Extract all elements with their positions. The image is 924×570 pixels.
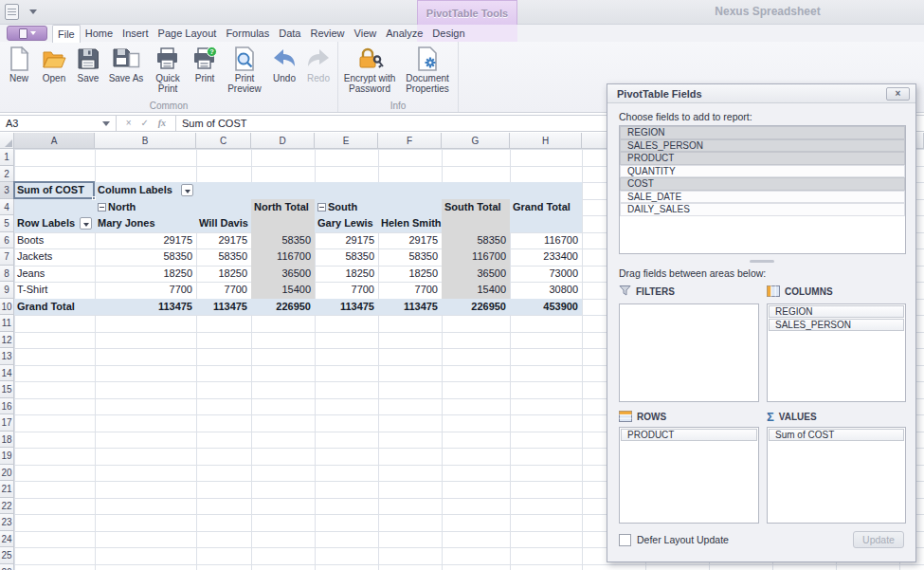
field-item-cost[interactable]: COST bbox=[620, 177, 905, 191]
filter-dropdown-icon[interactable] bbox=[181, 184, 193, 196]
name-box[interactable]: A3 bbox=[0, 116, 117, 131]
pivot-cell-B4[interactable]: North bbox=[95, 199, 196, 216]
area-field-sum-of-cost[interactable]: Sum of COST bbox=[769, 429, 904, 441]
area-box-values[interactable]: Sum of COST bbox=[767, 427, 906, 524]
enter-icon[interactable]: ✓ bbox=[141, 116, 149, 131]
tab-review[interactable]: Review bbox=[305, 25, 349, 42]
pivot-cell-A7[interactable]: Jackets bbox=[14, 248, 95, 266]
row-header-23[interactable]: 23 bbox=[0, 514, 14, 531]
column-header-G[interactable]: G bbox=[442, 133, 510, 149]
pivot-cell-D7[interactable]: 116700 bbox=[251, 248, 315, 266]
tab-file[interactable]: File bbox=[52, 25, 81, 43]
pivot-cell-H8[interactable]: 73000 bbox=[510, 266, 582, 283]
row-header-15[interactable]: 15 bbox=[0, 381, 14, 398]
document-properties-button[interactable]: Document Properties bbox=[399, 44, 456, 94]
area-box-columns[interactable]: REGIONSALES_PERSON bbox=[767, 303, 906, 402]
application-menu-button[interactable] bbox=[7, 26, 47, 41]
pivot-cell-E7[interactable]: 58350 bbox=[315, 248, 378, 266]
pivot-cell-E4[interactable]: South bbox=[315, 199, 378, 216]
row-header-25[interactable]: 25 bbox=[0, 547, 14, 564]
row-header-17[interactable]: 17 bbox=[0, 414, 14, 432]
fill-handle[interactable] bbox=[92, 196, 96, 200]
close-icon[interactable]: × bbox=[886, 87, 910, 101]
row-header-16[interactable]: 16 bbox=[0, 398, 14, 415]
collapse-icon[interactable] bbox=[98, 203, 106, 211]
pivot-cell-D9[interactable]: 15400 bbox=[251, 282, 315, 299]
field-item-sales_person[interactable]: SALES_PERSON bbox=[620, 139, 905, 153]
row-header-9[interactable]: 9 bbox=[0, 282, 14, 299]
select-all-corner[interactable] bbox=[0, 133, 14, 149]
pivot-cell-A10[interactable]: Grand Total bbox=[14, 299, 95, 316]
insert-function-icon[interactable]: fx bbox=[158, 116, 166, 131]
row-header-8[interactable]: 8 bbox=[0, 266, 14, 283]
pivot-cell-D4[interactable]: North Total bbox=[251, 199, 315, 216]
pivot-cell-C7[interactable]: 58350 bbox=[196, 248, 251, 266]
pivot-cell-D6[interactable]: 58350 bbox=[251, 232, 315, 249]
pivot-cell-G4[interactable]: South Total bbox=[442, 199, 510, 216]
cancel-icon[interactable]: × bbox=[126, 116, 132, 131]
collapse-icon[interactable] bbox=[317, 203, 326, 211]
row-header-4[interactable]: 4 bbox=[0, 199, 14, 216]
pivot-cell-E6[interactable]: 29175 bbox=[315, 232, 378, 249]
tab-home[interactable]: Home bbox=[81, 25, 118, 42]
pivot-cell-C9[interactable]: 7700 bbox=[196, 282, 251, 299]
field-item-daily_sales[interactable]: DAILY_SALES bbox=[620, 203, 905, 216]
row-header-10[interactable]: 10 bbox=[0, 299, 14, 316]
pivot-cell-F10[interactable]: 113475 bbox=[378, 299, 442, 316]
pivot-cell-H4[interactable]: Grand Total bbox=[510, 199, 582, 216]
row-header-18[interactable]: 18 bbox=[0, 432, 14, 449]
pivot-cell-E5[interactable]: Gary Lewis bbox=[315, 215, 378, 232]
row-header-12[interactable]: 12 bbox=[0, 332, 14, 349]
column-header-F[interactable]: F bbox=[378, 133, 442, 149]
row-header-26[interactable]: 26 bbox=[0, 564, 14, 570]
pivot-cell-F6[interactable]: 29175 bbox=[378, 232, 442, 249]
field-item-region[interactable]: REGION bbox=[620, 126, 905, 139]
tab-page-layout[interactable]: Page Layout bbox=[154, 25, 222, 42]
pivot-cell-C5[interactable]: Will Davis bbox=[196, 215, 251, 232]
pivot-cell-B7[interactable]: 58350 bbox=[95, 248, 196, 266]
undo-button[interactable]: Undo bbox=[267, 44, 301, 83]
row-header-22[interactable]: 22 bbox=[0, 498, 14, 515]
area-field-product[interactable]: PRODUCT bbox=[621, 429, 757, 441]
pivot-cell-A8[interactable]: Jeans bbox=[14, 266, 95, 283]
tab-formulas[interactable]: Formulas bbox=[221, 25, 274, 42]
pivot-cell-E9[interactable]: 7700 bbox=[315, 282, 378, 299]
row-header-24[interactable]: 24 bbox=[0, 531, 14, 548]
tab-design[interactable]: Design bbox=[427, 25, 469, 42]
field-item-quantity[interactable]: QUANTITY bbox=[620, 165, 905, 178]
row-header-1[interactable]: 1 bbox=[0, 149, 14, 166]
area-field-region[interactable]: REGION bbox=[769, 305, 904, 318]
field-item-sale_date[interactable]: SALE_DATE bbox=[620, 191, 905, 204]
quick-access-dropdown-icon[interactable] bbox=[29, 9, 37, 14]
print-preview-button[interactable]: Print Preview bbox=[222, 44, 267, 94]
print-button[interactable]: ?Print bbox=[188, 44, 222, 83]
update-button[interactable]: Update bbox=[853, 531, 904, 548]
row-header-3[interactable]: 3 bbox=[0, 182, 14, 199]
pivot-cell-H9[interactable]: 30800 bbox=[510, 282, 582, 299]
tab-analyze[interactable]: Analyze bbox=[381, 25, 427, 42]
pivot-cell-C6[interactable]: 29175 bbox=[196, 232, 251, 249]
open-button[interactable]: Open bbox=[36, 44, 72, 83]
pivot-cell-G8[interactable]: 36500 bbox=[442, 266, 510, 283]
area-box-rows[interactable]: PRODUCT bbox=[619, 427, 759, 524]
pivot-cell-D8[interactable]: 36500 bbox=[251, 266, 315, 283]
pivot-cell-B8[interactable]: 18250 bbox=[95, 266, 196, 283]
pivot-cell-D10[interactable]: 226950 bbox=[251, 299, 315, 316]
row-header-7[interactable]: 7 bbox=[0, 248, 14, 266]
column-header-C[interactable]: C bbox=[196, 133, 251, 149]
column-header-A[interactable]: A bbox=[14, 133, 95, 149]
filter-dropdown-icon[interactable] bbox=[80, 217, 92, 230]
defer-layout-checkbox[interactable] bbox=[619, 534, 631, 546]
pivot-cell-B9[interactable]: 7700 bbox=[95, 282, 196, 299]
pivot-cell-G6[interactable]: 58350 bbox=[442, 232, 510, 249]
pivot-cell-G7[interactable]: 116700 bbox=[442, 248, 510, 266]
quick-print-button[interactable]: Quick Print bbox=[148, 44, 188, 94]
pivot-cell-B6[interactable]: 29175 bbox=[95, 232, 196, 249]
row-header-13[interactable]: 13 bbox=[0, 348, 14, 365]
pivot-cell-C10[interactable]: 113475 bbox=[196, 299, 251, 316]
column-header-B[interactable]: B bbox=[95, 133, 196, 149]
pivot-cell-A9[interactable]: T-Shirt bbox=[14, 282, 95, 299]
row-header-5[interactable]: 5 bbox=[0, 215, 14, 232]
row-header-19[interactable]: 19 bbox=[0, 448, 14, 465]
row-header-2[interactable]: 2 bbox=[0, 166, 14, 183]
